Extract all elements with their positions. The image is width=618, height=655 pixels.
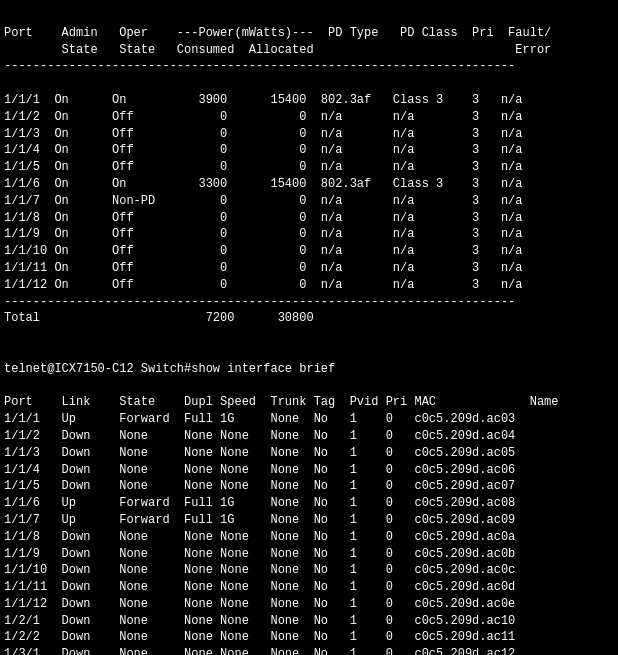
line-p8: 1/1/8 Down None None None None No 1 0 c0…	[4, 530, 515, 544]
line-11: 1/1/8 On Off 0 0 n/a n/a 3 n/a	[4, 211, 522, 225]
line-p12: 1/1/12 Down None None None None No 1 0 c…	[4, 597, 515, 611]
line-p13: 1/2/1 Down None None None None No 1 0 c0…	[4, 614, 515, 628]
line-p15: 1/3/1 Down None None None None No 1 0 c0…	[4, 647, 515, 655]
line-p7: 1/1/7 Up Forward Full 1G None No 1 0 c0c…	[4, 513, 515, 527]
line-p3: 1/1/3 Down None None None None No 1 0 c0…	[4, 446, 515, 460]
line-total: Total 7200 30800	[4, 311, 314, 325]
line-4: 1/1/1 On On 3900 15400 802.3af Class 3 3…	[4, 93, 522, 107]
line-p1: 1/1/1 Up Forward Full 1G None No 1 0 c0c…	[4, 412, 515, 426]
line-9: 1/1/6 On On 3300 15400 802.3af Class 3 3…	[4, 177, 522, 191]
line-15: 1/1/12 On Off 0 0 n/a n/a 3 n/a	[4, 278, 522, 292]
line-p9: 1/1/9 Down None None None None No 1 0 c0…	[4, 547, 515, 561]
line-16: ----------------------------------------…	[4, 295, 515, 309]
line-5: 1/1/2 On Off 0 0 n/a n/a 3 n/a	[4, 110, 522, 124]
line-6: 1/1/3 On Off 0 0 n/a n/a 3 n/a	[4, 127, 522, 141]
line-3: ----------------------------------------…	[4, 59, 515, 73]
line-7: 1/1/4 On Off 0 0 n/a n/a 3 n/a	[4, 143, 522, 157]
line-8: 1/1/5 On Off 0 0 n/a n/a 3 n/a	[4, 160, 522, 174]
line-13: 1/1/10 On Off 0 0 n/a n/a 3 n/a	[4, 244, 522, 258]
line-10: 1/1/7 On Non-PD 0 0 n/a n/a 3 n/a	[4, 194, 522, 208]
line-2: State State Consumed Allocated Error	[4, 43, 551, 57]
line-p14: 1/2/2 Down None None None None No 1 0 c0…	[4, 630, 515, 644]
line-p4: 1/1/4 Down None None None None No 1 0 c0…	[4, 463, 515, 477]
line-header: Port Link State Dupl Speed Trunk Tag Pvi…	[4, 395, 559, 409]
line-p2: 1/1/2 Down None None None None No 1 0 c0…	[4, 429, 515, 443]
line-1: Port Admin Oper ---Power(mWatts)--- PD T…	[4, 26, 551, 40]
line-14: 1/1/11 On Off 0 0 n/a n/a 3 n/a	[4, 261, 522, 275]
line-12: 1/1/9 On Off 0 0 n/a n/a 3 n/a	[4, 227, 522, 241]
line-p5: 1/1/5 Down None None None None No 1 0 c0…	[4, 479, 515, 493]
line-cmd1: telnet@ICX7150-C12 Switch#show interface…	[4, 362, 335, 376]
line-p6: 1/1/6 Up Forward Full 1G None No 1 0 c0c…	[4, 496, 515, 510]
line-p11: 1/1/11 Down None None None None No 1 0 c…	[4, 580, 515, 594]
line-p10: 1/1/10 Down None None None None No 1 0 c…	[4, 563, 515, 577]
terminal-output: Port Admin Oper ---Power(mWatts)--- PD T…	[4, 8, 614, 655]
